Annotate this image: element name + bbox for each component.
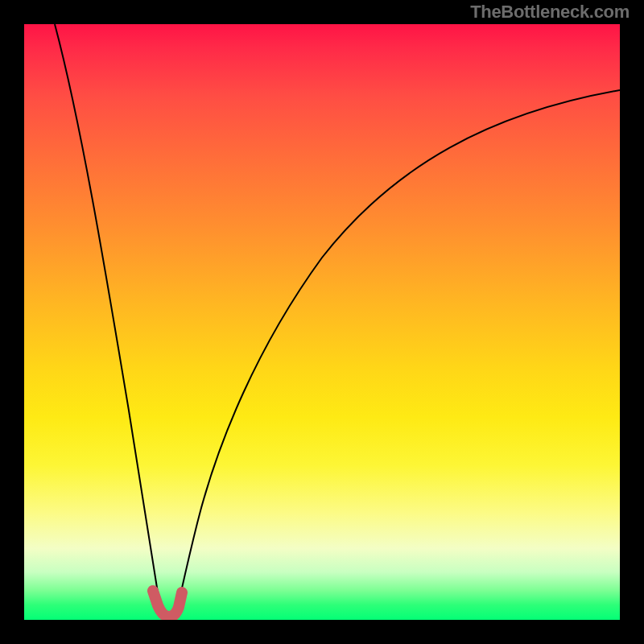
plot-area [24,24,620,620]
curves-svg [24,24,620,620]
optimum-marker [153,591,182,617]
chart-container: TheBottleneck.com [0,0,644,644]
right-curve [175,90,620,616]
left-curve [55,24,163,616]
attribution-text: TheBottleneck.com [470,2,630,23]
